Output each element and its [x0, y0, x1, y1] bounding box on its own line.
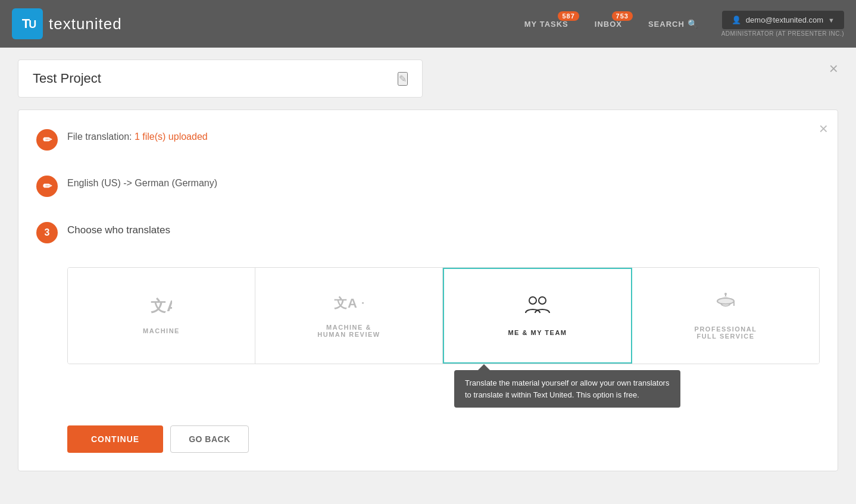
step-1-text: File translation:	[67, 132, 135, 142]
inbox-nav[interactable]: INBOX 753	[595, 20, 622, 29]
main-content: Test Project ✎ × × ✏ File translation: 1…	[0, 48, 856, 483]
continue-button[interactable]: CONTINUE	[67, 425, 163, 453]
option-me-team[interactable]: ME & MY TEAM	[443, 268, 632, 364]
translation-options: 文A MACHINE 文A + 👤 MACHINE &HUMAN REVIEW	[67, 267, 820, 364]
close-page-button[interactable]: ×	[819, 120, 828, 138]
professional-icon	[715, 292, 736, 317]
user-role: ADMINISTRATOR (AT PRESENTER INC.)	[721, 30, 844, 37]
search-nav[interactable]: SEARCH 🔍	[648, 19, 698, 29]
steps-container: × ✏ File translation: 1 file(s) uploaded…	[18, 109, 838, 471]
tooltip-box: Translate the material yourself or allow…	[454, 370, 680, 408]
inbox-badge: 753	[612, 11, 633, 21]
step-1-label: File translation: 1 file(s) uploaded	[67, 128, 208, 142]
user-menu[interactable]: 👤 demo@textunited.com ▼	[722, 11, 844, 29]
action-buttons: CONTINUE GO BACK	[67, 425, 820, 453]
step-1-icon: ✏	[36, 129, 58, 151]
edit-title-button[interactable]: ✎	[398, 72, 408, 86]
close-button[interactable]: ×	[829, 60, 838, 78]
step-2-row: ✏ English (US) -> German (Germany)	[36, 174, 820, 197]
tooltip-wrapper: Translate the material yourself or allow…	[454, 364, 820, 408]
svg-text:文A: 文A	[151, 297, 172, 315]
option-professional-label: PROFESSIONALFULL SERVICE	[695, 325, 757, 340]
option-machine[interactable]: 文A MACHINE	[68, 268, 255, 364]
step-3-icon: 3	[36, 222, 58, 243]
step-2-label: English (US) -> German (Germany)	[67, 174, 217, 189]
tooltip-arrow	[478, 364, 490, 370]
svg-marker-5	[717, 296, 734, 303]
search-label: SEARCH	[648, 20, 685, 29]
inbox-label: INBOX	[595, 20, 622, 29]
svg-point-2	[529, 297, 536, 304]
step-3-row: 3 Choose who translates	[36, 221, 820, 243]
project-title-card: Test Project ✎	[18, 60, 423, 98]
step-1-highlight: 1 file(s) uploaded	[135, 132, 208, 142]
step-3-label: Choose who translates	[67, 221, 170, 236]
tooltip-text: Translate the material yourself or allow…	[465, 378, 669, 399]
go-back-button[interactable]: GO BACK	[170, 425, 249, 453]
option-machine-human[interactable]: 文A + 👤 MACHINE &HUMAN REVIEW	[255, 268, 443, 364]
header-nav: MY TASKS 587 INBOX 753 SEARCH 🔍 👤 demo@t…	[524, 11, 844, 37]
user-section: 👤 demo@textunited.com ▼ ADMINISTRATOR (A…	[716, 11, 844, 37]
search-icon: 🔍	[688, 19, 698, 29]
svg-text:文A + 👤: 文A + 👤	[334, 295, 364, 311]
step-2-icon: ✏	[36, 176, 58, 197]
project-title: Test Project	[33, 71, 101, 86]
option-machine-label: MACHINE	[143, 327, 180, 334]
brand-name: textunited	[49, 15, 122, 33]
option-professional[interactable]: PROFESSIONALFULL SERVICE	[632, 268, 819, 364]
svg-point-3	[539, 297, 546, 304]
my-tasks-badge: 587	[558, 11, 579, 21]
user-email: demo@textunited.com	[746, 15, 823, 24]
machine-icon: 文A	[151, 297, 172, 319]
option-machine-human-label: MACHINE &HUMAN REVIEW	[317, 324, 380, 338]
option-me-team-label: ME & MY TEAM	[508, 329, 567, 336]
dropdown-arrow-icon: ▼	[828, 17, 835, 24]
me-team-icon	[524, 295, 551, 321]
logo-icon: TU	[12, 8, 43, 39]
my-tasks-nav[interactable]: MY TASKS 587	[524, 20, 568, 29]
step-1-row: ✏ File translation: 1 file(s) uploaded	[36, 128, 820, 151]
header: TU textunited MY TASKS 587 INBOX 753 SEA…	[0, 0, 856, 48]
svg-point-7	[724, 293, 727, 295]
machine-human-icon: 文A + 👤	[334, 293, 364, 315]
my-tasks-label: MY TASKS	[524, 20, 568, 29]
logo-area: TU textunited	[12, 8, 122, 39]
user-icon: 👤	[732, 15, 741, 24]
